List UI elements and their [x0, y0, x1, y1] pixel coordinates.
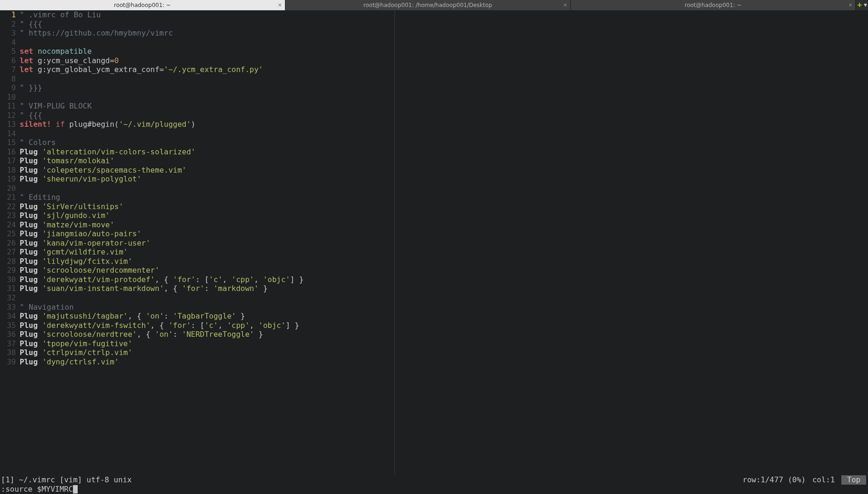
code-line[interactable]: " {{{	[20, 111, 304, 120]
code-line[interactable]: Plug 'suan/vim-instant-markdown', { 'for…	[20, 284, 304, 293]
code-line[interactable]: Plug 'sheerun/vim-polyglot'	[20, 174, 304, 184]
add-tab-icon[interactable]: +	[857, 1, 862, 9]
line-number: 19	[0, 174, 16, 184]
code-line[interactable]: " Navigation	[20, 303, 304, 312]
line-number: 14	[0, 129, 16, 138]
code-line[interactable]: let g:ycm_use_clangd=0	[20, 56, 304, 65]
code-line[interactable]	[20, 38, 304, 47]
line-number: 37	[0, 339, 16, 349]
encoding-indicator: utf-8	[87, 475, 109, 484]
tab-title: root@hadoop001: ~	[114, 2, 171, 9]
line-number: 7	[0, 65, 16, 74]
line-number: 16	[0, 147, 16, 157]
close-icon[interactable]: ×	[563, 2, 567, 8]
line-number: 17	[0, 156, 16, 166]
line-number: 36	[0, 330, 16, 339]
code-line[interactable]: " {{{	[20, 20, 304, 29]
buffer-number: [1]	[1, 475, 15, 484]
code-line[interactable]: Plug 'tpope/vim-fugitive'	[20, 339, 304, 349]
line-number: 35	[0, 321, 16, 330]
terminal-tab-3[interactable]: root@hadoop001: ~ ×	[571, 0, 856, 10]
filetype-indicator: [vim]	[59, 475, 82, 484]
code-line[interactable]: Plug 'ctrlpvim/ctrlp.vim'	[20, 348, 304, 357]
code-line[interactable]: Plug 'gcmt/wildfire.vim'	[20, 247, 304, 257]
code-line[interactable]: Plug 'tomasr/molokai'	[20, 156, 304, 166]
line-number: 10	[0, 93, 16, 102]
line-number: 12	[0, 111, 16, 120]
line-number: 24	[0, 220, 16, 230]
code-line[interactable]: " VIM-PLUG BLOCK	[20, 102, 304, 111]
line-number-gutter: 1234567891011121314151617181920212223242…	[0, 10, 18, 475]
line-number: 23	[0, 211, 16, 220]
code-line[interactable]: Plug 'derekwyatt/vim-protodef', { 'for':…	[20, 275, 304, 284]
code-line[interactable]	[20, 293, 304, 303]
line-number: 29	[0, 266, 16, 275]
code-line[interactable]: Plug 'colepeters/spacemacs-theme.vim'	[20, 166, 304, 175]
command-text: :source $MYVIMRC	[1, 485, 73, 494]
tab-title: root@hadoop001: /home/hadoop001/Desktop	[364, 2, 492, 9]
line-number: 13	[0, 120, 16, 129]
line-number: 20	[0, 184, 16, 193]
code-line[interactable]: Plug 'sjl/gundo.vim'	[20, 211, 304, 220]
line-number: 1	[0, 10, 16, 20]
line-number: 31	[0, 284, 16, 293]
code-line[interactable]: Plug 'scrooloose/nerdcommenter'	[20, 266, 304, 275]
tab-menu-icon[interactable]: ▾	[864, 1, 867, 9]
line-number: 38	[0, 348, 16, 357]
code-line[interactable]: Plug 'derekwyatt/vim-fswitch', { 'for': …	[20, 321, 304, 330]
code-line[interactable]: set nocompatible	[20, 47, 304, 56]
code-line[interactable]: " }}}	[20, 83, 304, 93]
code-line[interactable]	[20, 184, 304, 193]
terminal-tab-2[interactable]: root@hadoop001: /home/hadoop001/Desktop …	[285, 0, 571, 10]
vim-statusline: [1] ~/.vimrc [vim] utf-8 unix row:1/477 …	[0, 475, 868, 485]
code-line[interactable]	[20, 93, 304, 102]
line-number: 34	[0, 312, 16, 321]
line-number: 11	[0, 102, 16, 111]
line-number: 33	[0, 303, 16, 312]
code-line[interactable]: " Colors	[20, 138, 304, 147]
close-icon[interactable]: ×	[848, 2, 853, 8]
code-line[interactable]	[20, 74, 304, 84]
code-line[interactable]: Plug 'lilydjwg/fcitx.vim'	[20, 257, 304, 266]
cursor	[73, 485, 78, 494]
code-line[interactable]: Plug 'SirVer/ultisnips'	[20, 202, 304, 211]
code-line[interactable]: " Editing	[20, 193, 304, 202]
terminal-tab-1[interactable]: root@hadoop001: ~ ×	[0, 0, 285, 10]
code-area[interactable]: " .vimrc of Bo Liu" {{{" https://github.…	[18, 10, 304, 475]
line-number: 2	[0, 20, 16, 29]
code-line[interactable]	[20, 129, 304, 138]
row-indicator: row:1/477 (0%)	[743, 475, 806, 485]
line-number: 18	[0, 166, 16, 175]
col-indicator: col:1	[812, 475, 835, 485]
file-path: ~/.vimrc	[19, 475, 55, 484]
line-number: 5	[0, 47, 16, 56]
code-line[interactable]: let g:ycm_global_ycm_extra_conf='~/.ycm_…	[20, 65, 304, 74]
line-number: 39	[0, 357, 16, 367]
scroll-position: Top	[841, 475, 866, 485]
code-line[interactable]: silent! if plug#begin('~/.vim/plugged')	[20, 120, 304, 129]
close-icon[interactable]: ×	[278, 2, 282, 8]
line-number: 8	[0, 74, 16, 84]
code-line[interactable]: " .vimrc of Bo Liu	[20, 10, 304, 20]
line-number: 25	[0, 229, 16, 239]
code-line[interactable]: Plug 'altercation/vim-colors-solarized'	[20, 147, 304, 157]
line-number: 28	[0, 257, 16, 266]
code-line[interactable]: Plug 'jiangmiao/auto-pairs'	[20, 229, 304, 239]
vim-editor[interactable]: 1234567891011121314151617181920212223242…	[0, 10, 868, 475]
code-line[interactable]: Plug 'majutsushi/tagbar', { 'on': 'Tagba…	[20, 312, 304, 321]
tab-title: root@hadoop001: ~	[685, 2, 742, 9]
code-line[interactable]: Plug 'dyng/ctrlsf.vim'	[20, 357, 304, 367]
vertical-split-divider[interactable]	[394, 10, 395, 475]
line-number: 26	[0, 239, 16, 248]
line-number: 4	[0, 38, 16, 47]
code-line[interactable]: Plug 'scrooloose/nerdtree', { 'on': 'NER…	[20, 330, 304, 339]
code-line[interactable]: Plug 'matze/vim-move'	[20, 220, 304, 230]
line-number: 21	[0, 193, 16, 202]
line-number: 15	[0, 138, 16, 147]
code-line[interactable]: " https://github.com/hmybmny/vimrc	[20, 29, 304, 38]
line-number: 32	[0, 293, 16, 303]
vim-command-line[interactable]: :source $MYVIMRC	[0, 485, 868, 494]
code-line[interactable]: Plug 'kana/vim-operator-user'	[20, 239, 304, 248]
line-number: 30	[0, 275, 16, 284]
line-number: 27	[0, 247, 16, 257]
